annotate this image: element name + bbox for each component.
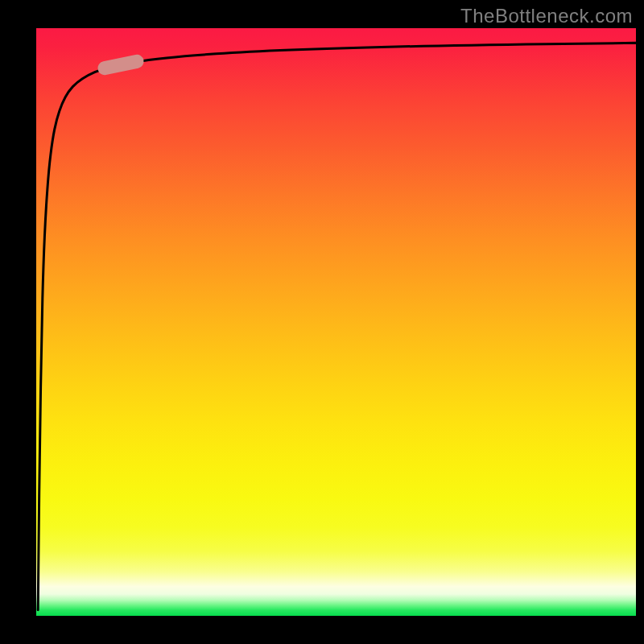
curve-layer (36, 28, 636, 616)
watermark-text: TheBottleneck.com (460, 5, 633, 27)
plot-area (36, 28, 636, 616)
chart-frame: TheBottleneck.com (0, 0, 644, 644)
bottleneck-curve (38, 43, 636, 609)
